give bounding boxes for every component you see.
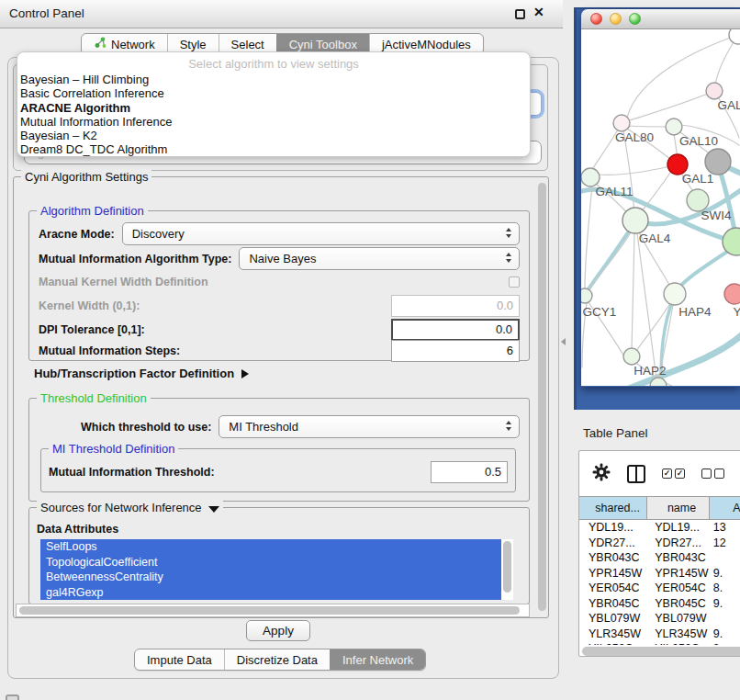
- table-cell: YDL19...: [579, 520, 647, 536]
- table-row[interactable]: YDR27...YDR27...12: [579, 536, 740, 551]
- which-threshold-label: Which threshold to use:: [81, 421, 211, 434]
- network-edge: [599, 166, 670, 175]
- table-cell: YLR345W: [579, 627, 647, 642]
- hub-definition-expander[interactable]: Hub/Transcription Factor Definition: [34, 367, 249, 380]
- mi-steps-field[interactable]: 6: [391, 340, 520, 362]
- network-node-gal4[interactable]: [622, 208, 648, 233]
- mi-threshold-label: Mutual Information Threshold:: [49, 466, 215, 479]
- apply-button[interactable]: Apply: [246, 620, 310, 641]
- algorithm-definition-title: Algorithm Definition: [37, 204, 148, 218]
- algorithm-option-aracne-algorithm[interactable]: ARACNE Algorithm: [17, 101, 530, 115]
- table-cell: 9.: [710, 566, 740, 581]
- tab-impute-data[interactable]: Impute Data: [135, 649, 224, 670]
- table-row[interactable]: YBL079WYBL079W: [579, 611, 740, 627]
- network-node-gal11[interactable]: [581, 168, 600, 186]
- control-panel-title: Control Panel: [9, 0, 84, 28]
- select-all-columns-icon[interactable]: ✓ ✓: [662, 469, 685, 479]
- manual-kernel-checkbox[interactable]: [509, 277, 520, 288]
- mi-type-combo[interactable]: Naive Bayes: [239, 247, 520, 270]
- close-traffic-light[interactable]: [590, 13, 602, 25]
- which-threshold-combo[interactable]: MI Threshold: [219, 415, 520, 438]
- tab-discretize-data-label: Discretize Data: [237, 649, 318, 671]
- table-cell: 9.: [710, 596, 740, 612]
- close-icon[interactable]: ✕: [533, 5, 544, 19]
- scrollbar-thumb[interactable]: [503, 541, 511, 593]
- network-node-hap4[interactable]: [664, 283, 686, 305]
- mi-type-label: Mutual Information Algorithm Type:: [39, 253, 231, 265]
- settings-horizontal-scrollbar[interactable]: [16, 604, 530, 617]
- node-label-gal80: GAL80: [615, 130, 654, 144]
- network-node-gal80[interactable]: [613, 115, 630, 131]
- dpi-tolerance-label: DPI Tolerance [0,1]:: [39, 323, 145, 336]
- table-horizontal-scrollbar[interactable]: [579, 646, 740, 657]
- attribute-item-gal4rgexp[interactable]: gal4RGexp: [40, 585, 501, 601]
- network-node-gcy1[interactable]: [581, 288, 592, 303]
- dpi-tolerance-field[interactable]: 0.0: [391, 319, 520, 341]
- algorithm-option-bayesian-k2[interactable]: Bayesian – K2: [17, 129, 530, 142]
- table-row[interactable]: YDL19...YDL19...13: [579, 520, 740, 536]
- node-label-swi4: SWI4: [701, 209, 731, 222]
- table-panel-card: ✓ ✓ shared...nameA YDL19...YDL19...13YDR…: [578, 450, 740, 657]
- settings-vertical-scrollbar[interactable]: [538, 183, 546, 611]
- float-window-icon[interactable]: [515, 9, 525, 19]
- table-row[interactable]: YIL052CYIL052C9: [579, 641, 740, 645]
- attribute-item-betweennesscentrality[interactable]: BetweennessCentrality: [40, 570, 501, 585]
- minimize-traffic-light[interactable]: [610, 13, 622, 25]
- network-node-gal10[interactable]: [666, 119, 682, 135]
- dropdown-prompt: Select algorithm to view settings: [17, 52, 530, 73]
- zoom-traffic-light[interactable]: [629, 13, 641, 25]
- control-panel-titlebar: Control Panel ✕: [0, 0, 563, 28]
- attributes-scrollbar[interactable]: [501, 539, 513, 600]
- attribute-item-selfloops[interactable]: SelfLoops: [40, 539, 501, 555]
- network-edge: [632, 233, 634, 349]
- table-row[interactable]: YPR145WYPR145W9.: [579, 566, 740, 581]
- algorithm-option-mutual-information-inference[interactable]: Mutual Information Inference: [17, 115, 530, 129]
- column-header-name[interactable]: name: [647, 497, 710, 519]
- table-row[interactable]: YER054CYER054C8.: [579, 581, 740, 596]
- checked-box-icon: ✓: [675, 469, 685, 479]
- which-threshold-row: Which threshold to use: MI Threshold: [39, 415, 520, 438]
- column-header-a[interactable]: A: [710, 497, 740, 519]
- table-cell: YBL079W: [647, 611, 710, 627]
- dock-panel-icon[interactable]: [6, 694, 19, 700]
- network-node-y[interactable]: [724, 284, 740, 304]
- network-node-hap2[interactable]: [623, 348, 640, 365]
- combo-arrows-icon: [506, 421, 512, 431]
- scrollbar-thumb[interactable]: [582, 647, 740, 656]
- attribute-item-topologicalcoefficient[interactable]: TopologicalCoefficient: [40, 555, 501, 570]
- gear-icon[interactable]: [592, 463, 611, 485]
- tab-infer-network[interactable]: Infer Network: [330, 649, 425, 670]
- mi-threshold-field[interactable]: 0.5: [431, 461, 508, 483]
- kernel-width-field[interactable]: 0.0: [391, 295, 520, 317]
- node-label-gcy1: GCY1: [583, 305, 617, 319]
- algorithm-option-bayesian-hill-climbing[interactable]: Bayesian – Hill Climbing: [17, 73, 530, 86]
- deselect-all-columns-icon[interactable]: [701, 469, 724, 479]
- network-window-titlebar: [581, 9, 740, 29]
- scrollbar-thumb[interactable]: [538, 183, 546, 611]
- aracne-mode-row: Aracne Mode: Discovery: [39, 222, 520, 245]
- network-canvas[interactable]: GALGAL80GAL10GAL1GAL11SWI4GAL4GCY1HAP4YH…: [581, 29, 740, 386]
- node-label-hap4: HAP4: [678, 305, 712, 319]
- column-header-shared[interactable]: shared...: [579, 497, 647, 519]
- tab-infer-network-label: Infer Network: [342, 649, 413, 671]
- algorithm-option-dream8-dc-tdc-algorithm[interactable]: Dream8 DC_TDC Algorithm: [17, 142, 530, 156]
- sources-group: Sources for Network Inference Data Attri…: [28, 507, 530, 604]
- table-row[interactable]: YBR043CYBR043C: [579, 550, 740, 566]
- network-node[interactable]: [705, 149, 731, 175]
- expander-arrow-icon: [241, 369, 249, 378]
- mi-type-row: Mutual Information Algorithm Type: Naive…: [39, 247, 520, 270]
- algorithm-option-basic-correlation-inference[interactable]: Basic Correlation Inference: [17, 86, 530, 100]
- cyni-algorithm-settings-group: Cyni Algorithm Settings Algorithm Defini…: [13, 176, 549, 618]
- network-node-gal[interactable]: [706, 83, 723, 99]
- aracne-mode-combo[interactable]: Discovery: [122, 222, 520, 245]
- splitter-handle-icon[interactable]: [561, 338, 566, 345]
- table-row[interactable]: YBR045CYBR045C9.: [579, 596, 740, 612]
- sources-title[interactable]: Sources for Network Inference: [37, 501, 223, 514]
- node-label-gal11: GAL11: [595, 185, 633, 198]
- split-columns-icon[interactable]: [627, 465, 645, 483]
- scrollbar-thumb[interactable]: [19, 606, 520, 615]
- tab-discretize-data[interactable]: Discretize Data: [224, 649, 330, 670]
- table-row[interactable]: YLR345WYLR345W9.: [579, 627, 740, 642]
- checked-box-icon: ✓: [662, 469, 672, 479]
- network-node[interactable]: [729, 29, 740, 44]
